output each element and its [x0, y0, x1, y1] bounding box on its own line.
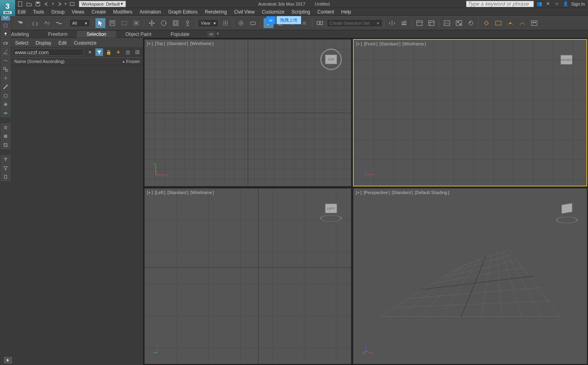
viewcube[interactable]: FRONT [555, 48, 578, 72]
render-iterate-button[interactable] [517, 18, 527, 28]
funnel-group-icon[interactable] [1, 155, 10, 163]
workspace-dropdown[interactable]: Workspace: Default▾ [79, 1, 126, 7]
menu-views[interactable]: Views [72, 9, 84, 15]
menu-content[interactable]: Content [318, 9, 334, 15]
user-icon[interactable]: 👤 [563, 1, 569, 7]
scene-search-input[interactable] [13, 49, 84, 56]
render-setup-button[interactable] [481, 18, 492, 28]
se-tab-display[interactable]: Display [35, 40, 51, 46]
add-icon[interactable] [114, 48, 122, 56]
save-icon[interactable] [34, 1, 41, 7]
toggle-ribbon-button[interactable] [426, 18, 437, 28]
search-filter-icon[interactable] [95, 48, 103, 56]
se-tab-customize[interactable]: Customize [74, 40, 96, 46]
viewcube[interactable]: LEFT [319, 196, 343, 220]
project-icon[interactable] [69, 1, 76, 7]
clear-search-icon[interactable]: ✕ [86, 48, 94, 56]
upload-floating-tag[interactable]: ∞ 拖拽上传 [266, 16, 301, 24]
se-tab-edit[interactable]: Edit [59, 40, 67, 46]
viewport-top[interactable]: [+] [Top] [Standard] [Wireframe] TOP zx [144, 39, 351, 186]
use-pivot-button[interactable] [220, 18, 231, 28]
app-logo[interactable]: 3 MAX [0, 0, 15, 16]
window-crossing-button[interactable] [131, 18, 141, 28]
keyboard-shortcut-button[interactable] [248, 18, 258, 28]
filter-spacewarps-icon[interactable] [1, 57, 10, 65]
viewport-label[interactable]: [+] [Front] [Standard] [Wireframe] [356, 41, 427, 46]
bind-spacewarp-icon[interactable] [54, 18, 64, 28]
schematic-view-button[interactable] [454, 18, 464, 28]
tag-icon[interactable] [1, 173, 10, 181]
select-by-name-button[interactable] [107, 18, 118, 28]
menu-edit[interactable]: Edit [18, 9, 26, 15]
viewcube[interactable] [555, 196, 579, 220]
select-region-rect-button[interactable] [119, 18, 129, 28]
filter-frozen-icon[interactable] [1, 100, 10, 108]
ribbon-freeform[interactable]: Freeform [39, 31, 77, 38]
filter-container-icon[interactable] [1, 92, 10, 100]
timeline-play-button[interactable] [4, 357, 12, 363]
menu-customize[interactable]: Customize [262, 9, 284, 15]
sign-in-link[interactable]: Sign In [571, 2, 585, 6]
menu-civil-view[interactable]: Civil View [234, 9, 255, 15]
menu-rendering[interactable]: Rendering [205, 9, 227, 15]
se-tab-select[interactable]: Select [15, 40, 28, 46]
viewport-front[interactable]: [+] [Front] [Standard] [Wireframe] FRONT [353, 39, 587, 186]
funnel-icon[interactable] [1, 164, 10, 172]
new-file-icon[interactable] [17, 1, 24, 7]
favorites-icon[interactable]: ☆ [554, 1, 560, 7]
render-production-button[interactable] [505, 18, 515, 28]
redo-button[interactable] [14, 18, 25, 28]
lock-icon[interactable]: 🔒 [105, 48, 113, 56]
viewcube[interactable]: TOP [319, 47, 343, 71]
ribbon-populate[interactable]: Populate [161, 31, 199, 38]
named-selection-sets-button[interactable] [315, 18, 325, 28]
help-search-input[interactable] [466, 1, 534, 7]
manipulate-button[interactable] [236, 18, 246, 28]
expand-icon[interactable] [133, 48, 141, 56]
render-in-cloud-button[interactable] [529, 18, 539, 28]
menu-tools[interactable]: Tools [33, 9, 44, 15]
filter-lights-icon[interactable] [1, 30, 10, 38]
display-none-icon[interactable] [1, 132, 10, 140]
menu-scripting[interactable]: Scripting [292, 9, 310, 15]
menu-group[interactable]: Group [51, 9, 65, 15]
filter-bone-icon[interactable] [1, 83, 10, 91]
menu-modifiers[interactable]: Modifiers [113, 9, 133, 15]
display-all-icon[interactable] [1, 124, 10, 131]
filter-groups-icon[interactable] [1, 65, 10, 73]
undo-icon[interactable] [43, 1, 50, 7]
viewport-left[interactable]: [+] [Left] [Standard] [Wireframe] LEFT [144, 188, 351, 364]
redo-icon[interactable] [56, 1, 63, 7]
curve-editor-button[interactable] [442, 18, 452, 28]
mirror-button[interactable] [387, 18, 397, 28]
menu-help[interactable]: Help [341, 9, 351, 15]
viewport-label[interactable]: [+] [Left] [Standard] [Wireframe] [147, 190, 215, 195]
menu-animation[interactable]: Animation [140, 9, 161, 15]
align-button[interactable] [399, 18, 409, 28]
column-header-name[interactable]: Name (Sorted Ascending) [14, 59, 123, 64]
placement-button[interactable] [182, 18, 193, 28]
viewport-perspective[interactable]: [+] [Perspective] [Standard] [Default Sh… [353, 188, 587, 364]
open-file-icon[interactable] [25, 1, 33, 7]
ribbon-object-paint[interactable]: Object Paint [116, 31, 161, 38]
layer-explorer-button[interactable] [414, 18, 425, 28]
selection-filter-dropdown[interactable]: All▾ [69, 19, 90, 27]
filter-shapes-icon[interactable] [1, 22, 10, 29]
column-header-frozen[interactable]: Frozen [126, 59, 140, 64]
unlink-icon[interactable] [42, 18, 52, 28]
filter-xrefs-icon[interactable] [1, 74, 10, 82]
layers-icon[interactable] [124, 48, 132, 56]
viewport-label[interactable]: [+] [Perspective] [Standard] [Default Sh… [356, 190, 450, 195]
material-editor-button[interactable] [466, 18, 476, 28]
filter-cameras-icon[interactable] [1, 39, 10, 47]
scale-button[interactable] [171, 18, 181, 28]
ref-coord-dropdown[interactable]: View▾ [198, 19, 219, 27]
ribbon-minimize-icon[interactable]: ▭ [207, 31, 215, 37]
selection-set-input[interactable] [327, 19, 382, 27]
filter-helpers-icon[interactable] [1, 48, 10, 56]
exchange-icon[interactable]: ✕ [545, 1, 551, 7]
menu-graph-editors[interactable]: Graph Editors [168, 9, 198, 15]
select-object-button[interactable] [95, 18, 106, 28]
scene-object-list[interactable] [11, 65, 143, 365]
link-icon[interactable] [30, 18, 40, 28]
